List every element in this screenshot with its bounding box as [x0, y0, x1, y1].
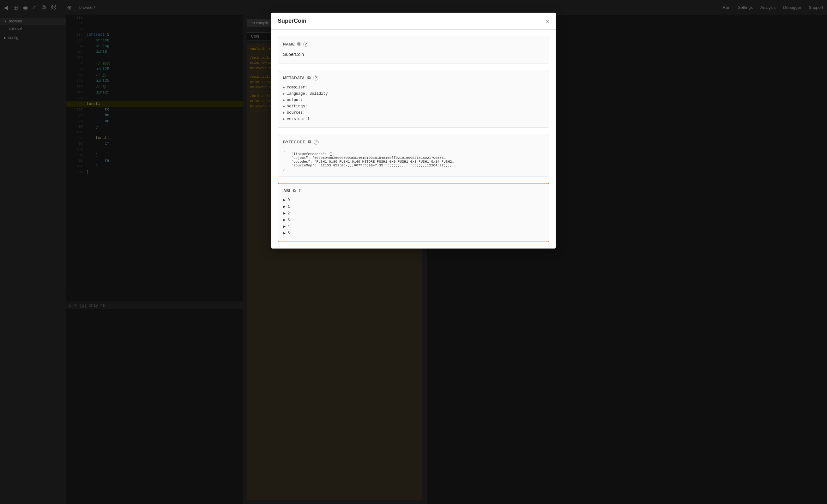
tree-arrow-4: ▶ [283, 224, 286, 229]
metadata-item-language-label: language: Solidity [287, 92, 328, 96]
name-section-header: NAME ⧉ ? [283, 41, 544, 47]
metadata-section: METADATA ⧉ ? ▶ compiler: ▶ language: Sol… [278, 70, 549, 128]
metadata-copy-icon[interactable]: ⧉ [307, 75, 311, 81]
name-label: NAME [283, 42, 295, 46]
abi-item-3-label: 3: [287, 218, 292, 222]
abi-section-header: ABI ⧉ ? [283, 189, 544, 193]
abi-item-1-label: 1: [287, 205, 292, 209]
abi-item-0-label: 0: [287, 198, 292, 202]
name-section: NAME ⧉ ? SuperCoin [278, 36, 549, 63]
tree-arrow-0: ▶ [283, 198, 286, 202]
abi-help-icon[interactable]: ? [298, 189, 301, 193]
bytecode-content: { "linkReferences": {}, "object": "60806… [283, 148, 544, 171]
bytecode-help-icon[interactable]: ? [314, 140, 319, 145]
tree-arrow-3: ▶ [283, 217, 286, 222]
metadata-item-settings-label: settings: [287, 104, 307, 109]
tree-arrow-2: ▶ [283, 211, 286, 216]
abi-item-3[interactable]: ▶ 3: [283, 217, 544, 223]
metadata-item-output[interactable]: ▶ output: [283, 97, 544, 103]
metadata-help-icon[interactable]: ? [313, 75, 318, 81]
abi-item-2-label: 2: [287, 211, 292, 216]
abi-section: ABI ⧉ ? ▶ 0: ▶ 1: ▶ 2: [278, 183, 549, 242]
bytecode-copy-icon[interactable]: ⧉ [308, 139, 311, 145]
abi-item-4-label: 4: [287, 224, 292, 229]
modal-close-button[interactable]: × [545, 18, 549, 24]
bytecode-label: BYTECODE [283, 140, 305, 144]
metadata-tree: ▶ compiler: ▶ language: Solidity ▶ outpu… [283, 84, 544, 122]
metadata-item-sources[interactable]: ▶ sources: [283, 110, 544, 116]
tree-arrow-language: ▶ [283, 92, 285, 96]
abi-label: ABI [283, 189, 290, 193]
metadata-item-output-label: output: [287, 98, 303, 102]
metadata-item-language[interactable]: ▶ language: Solidity [283, 91, 544, 97]
tree-arrow-1: ▶ [283, 204, 286, 209]
abi-item-2[interactable]: ▶ 2: [283, 210, 544, 217]
abi-item-5[interactable]: ▶ 5: [283, 230, 544, 237]
abi-item-5-label: 5: [287, 231, 292, 236]
tree-arrow-compiler: ▶ [283, 86, 285, 89]
abi-copy-icon[interactable]: ⧉ [293, 189, 296, 193]
tree-arrow-version: ▶ [283, 117, 285, 121]
abi-item-1[interactable]: ▶ 1: [283, 203, 544, 210]
bytecode-section-header: BYTECODE ⧉ ? [283, 139, 544, 145]
name-value: SuperCoin [283, 51, 544, 58]
abi-item-4[interactable]: ▶ 4: [283, 223, 544, 230]
abi-item-0[interactable]: ▶ 0: [283, 197, 544, 203]
abi-tree: ▶ 0: ▶ 1: ▶ 2: ▶ 3: [283, 197, 544, 237]
metadata-label: METADATA [283, 76, 305, 80]
modal-overlay[interactable]: SuperCoin × NAME ⧉ ? SuperCoin METADATA … [0, 0, 827, 504]
metadata-item-version-label: version: 1 [287, 117, 309, 121]
metadata-item-compiler-label: compiler: [287, 85, 307, 90]
metadata-section-header: METADATA ⧉ ? [283, 75, 544, 81]
name-help-icon[interactable]: ? [303, 42, 308, 47]
modal-dialog: SuperCoin × NAME ⧉ ? SuperCoin METADATA … [271, 13, 556, 249]
modal-body: NAME ⧉ ? SuperCoin METADATA ⧉ ? ▶ compil… [271, 30, 556, 249]
metadata-item-version[interactable]: ▶ version: 1 [283, 116, 544, 122]
tree-arrow-sources: ▶ [283, 111, 285, 115]
metadata-item-sources-label: sources: [287, 110, 305, 115]
tree-arrow-settings: ▶ [283, 105, 285, 108]
tree-arrow-output: ▶ [283, 98, 285, 102]
modal-title: SuperCoin [278, 18, 306, 24]
modal-header: SuperCoin × [271, 13, 556, 30]
tree-arrow-5: ▶ [283, 231, 286, 236]
name-copy-icon[interactable]: ⧉ [297, 41, 301, 47]
bytecode-section: BYTECODE ⧉ ? { "linkReferences": {}, "ob… [278, 134, 549, 177]
metadata-item-compiler[interactable]: ▶ compiler: [283, 84, 544, 91]
metadata-item-settings[interactable]: ▶ settings: [283, 103, 544, 110]
